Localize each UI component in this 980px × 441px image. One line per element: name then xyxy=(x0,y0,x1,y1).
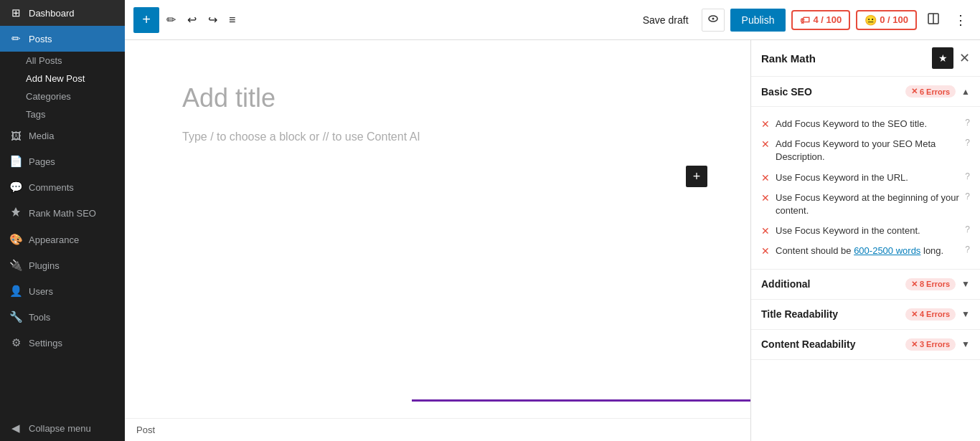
sidebar-item-media[interactable]: 🖼 Media xyxy=(0,123,125,148)
content-readability-error-count: 3 Errors xyxy=(920,340,950,348)
sidebar-item-comments[interactable]: 💬 Comments xyxy=(0,174,125,200)
editor-body[interactable]: Type / to choose a block or // to use Co… xyxy=(182,131,693,143)
error-icon-3: ✕ xyxy=(761,172,770,184)
plus-icon: + xyxy=(693,169,701,184)
sidebar-label-dashboard: Dashboard xyxy=(29,8,75,19)
error-badge-x: ✕ xyxy=(911,87,918,96)
check-item-1: ✕ Add Focus Keyword to the SEO title. ? xyxy=(761,114,970,134)
add-block-button[interactable]: + xyxy=(133,7,159,33)
redo-button[interactable]: ↪ xyxy=(204,9,222,31)
sidebar-item-posts[interactable]: ✏ Posts xyxy=(0,26,125,52)
help-icon-5[interactable]: ? xyxy=(965,224,970,234)
main-area: + ✏ ↩ ↪ ≡ Save draft xyxy=(125,0,980,441)
check-text-4: Use Focus Keyword at the beginning of yo… xyxy=(776,191,959,217)
content-readability-badge-x: ✕ xyxy=(911,340,918,349)
rank-math-panel: Rank Math ★ ✕ Basic SEO ✕ 6 Errors ▲ xyxy=(750,40,980,441)
star-button[interactable]: ★ xyxy=(932,47,953,69)
sidebar-item-add-new-post[interactable]: Add New Post xyxy=(0,70,125,87)
preview-button[interactable] xyxy=(702,9,725,32)
content-readability-chevron: ▼ xyxy=(961,339,970,349)
help-icon-3[interactable]: ? xyxy=(965,171,970,181)
content-readability-error-badge: ✕ 3 Errors xyxy=(905,338,956,351)
editor-title[interactable]: Add title xyxy=(182,83,693,113)
plugins-icon: 🔌 xyxy=(9,259,23,272)
settings-icon: ⚙ xyxy=(9,336,23,349)
check-item-6: ✕ Content should be 600-2500 words long.… xyxy=(761,241,970,261)
check-item-2: ✕ Add Focus Keyword to your SEO Meta Des… xyxy=(761,134,970,167)
sidebar-label-add-new-post: Add New Post xyxy=(26,73,85,84)
eye-icon xyxy=(707,13,719,27)
seo-score-icon: 🏷 xyxy=(800,14,810,26)
close-panel-button[interactable]: ✕ xyxy=(959,50,970,66)
sidebar-item-tools[interactable]: 🔧 Tools xyxy=(0,304,125,330)
editor-add-block-button[interactable]: + xyxy=(686,166,707,187)
sidebar-label-rank-math: Rank Math SEO xyxy=(29,208,96,219)
publish-label: Publish xyxy=(742,14,775,26)
footer-label: Post xyxy=(136,425,155,435)
dashboard-icon: ⊞ xyxy=(9,6,23,19)
seo-score-label: 4 / 100 xyxy=(813,14,842,25)
readability-score-label: 0 / 100 xyxy=(880,14,908,25)
sidebar-item-pages[interactable]: 📄 Pages xyxy=(0,148,125,174)
list-view-button[interactable]: ≡ xyxy=(225,9,240,31)
additional-section-header[interactable]: Additional ✕ 8 Errors ▼ xyxy=(751,270,980,300)
sidebar-label-tags: Tags xyxy=(26,109,45,120)
help-icon-4[interactable]: ? xyxy=(965,191,970,201)
additional-error-count: 8 Errors xyxy=(920,280,950,288)
title-readability-badge-x: ✕ xyxy=(911,310,918,319)
undo-icon: ↩ xyxy=(187,13,197,27)
undo-button[interactable]: ↩ xyxy=(183,9,201,31)
help-icon-2[interactable]: ? xyxy=(965,138,970,148)
sidebar-item-dashboard[interactable]: ⊞ Dashboard xyxy=(0,0,125,26)
sidebar-item-appearance[interactable]: 🎨 Appearance xyxy=(0,227,125,252)
more-options-button[interactable]: ⋮ xyxy=(950,8,971,32)
sidebar-label-collapse: Collapse menu xyxy=(29,423,91,434)
title-placeholder: Add title xyxy=(182,83,275,113)
sidebar-item-categories[interactable]: Categories xyxy=(0,87,125,105)
layout-button[interactable] xyxy=(923,8,944,32)
title-readability-error-badge: ✕ 4 Errors xyxy=(905,308,956,321)
panel-title: Rank Math xyxy=(761,52,926,65)
readability-score-button[interactable]: 😐 0 / 100 xyxy=(856,10,917,30)
tools-icon: 🔧 xyxy=(9,310,23,323)
sidebar-item-settings[interactable]: ⚙ Settings xyxy=(0,330,125,356)
sidebar-label-users: Users xyxy=(29,286,53,297)
sidebar-item-users[interactable]: 👤 Users xyxy=(0,278,125,304)
title-readability-error-count: 4 Errors xyxy=(920,310,950,318)
toolbar-right: Save draft Publish 🏷 4 / 100 😐 0 / 100 xyxy=(636,8,971,32)
publish-button[interactable]: Publish xyxy=(730,9,786,32)
sidebar-item-rank-math[interactable]: Rank Math SEO xyxy=(0,200,125,227)
sidebar-item-tags[interactable]: Tags xyxy=(0,105,125,123)
seo-score-button[interactable]: 🏷 4 / 100 xyxy=(791,10,850,30)
pages-icon: 📄 xyxy=(9,155,23,168)
error-icon-4: ✕ xyxy=(761,192,770,204)
sidebar-item-collapse[interactable]: ◀ Collapse menu xyxy=(0,415,125,441)
additional-chevron: ▼ xyxy=(961,279,970,289)
additional-badge-x: ✕ xyxy=(911,280,918,289)
error-icon-1: ✕ xyxy=(761,118,770,130)
word-count-link[interactable]: 600-2500 words xyxy=(854,245,920,256)
edit-button[interactable]: ✏ xyxy=(162,9,180,31)
sidebar: ⊞ Dashboard ✏ Posts All Posts Add New Po… xyxy=(0,0,125,441)
check-text-3: Use Focus Keyword in the URL. xyxy=(776,171,959,184)
help-icon-6[interactable]: ? xyxy=(965,245,970,255)
content-readability-arrow xyxy=(412,399,750,402)
sidebar-item-plugins[interactable]: 🔌 Plugins xyxy=(0,252,125,278)
save-draft-label: Save draft xyxy=(643,14,689,26)
panel-header: Rank Math ★ ✕ xyxy=(751,40,980,77)
save-draft-button[interactable]: Save draft xyxy=(636,10,696,30)
toolbar-left: + ✏ ↩ ↪ ≡ xyxy=(133,7,240,33)
check-text-5: Use Focus Keyword in the content. xyxy=(776,224,959,237)
sidebar-label-media: Media xyxy=(29,131,54,141)
help-icon-1[interactable]: ? xyxy=(965,118,970,128)
content-readability-section-header[interactable]: Content Readability ✕ 3 Errors ▼ xyxy=(751,330,980,360)
content-readability-title: Content Readability xyxy=(761,338,900,350)
sidebar-label-plugins: Plugins xyxy=(29,260,60,271)
additional-title: Additional xyxy=(761,278,900,290)
sidebar-item-all-posts[interactable]: All Posts xyxy=(0,52,125,70)
check-item-5: ✕ Use Focus Keyword in the content. ? xyxy=(761,221,970,241)
sidebar-label-all-posts: All Posts xyxy=(26,55,62,66)
check-text-1: Add Focus Keyword to the SEO title. xyxy=(776,118,959,131)
basic-seo-section-header[interactable]: Basic SEO ✕ 6 Errors ▲ xyxy=(751,77,980,107)
title-readability-section-header[interactable]: Title Readability ✕ 4 Errors ▼ xyxy=(751,300,980,330)
